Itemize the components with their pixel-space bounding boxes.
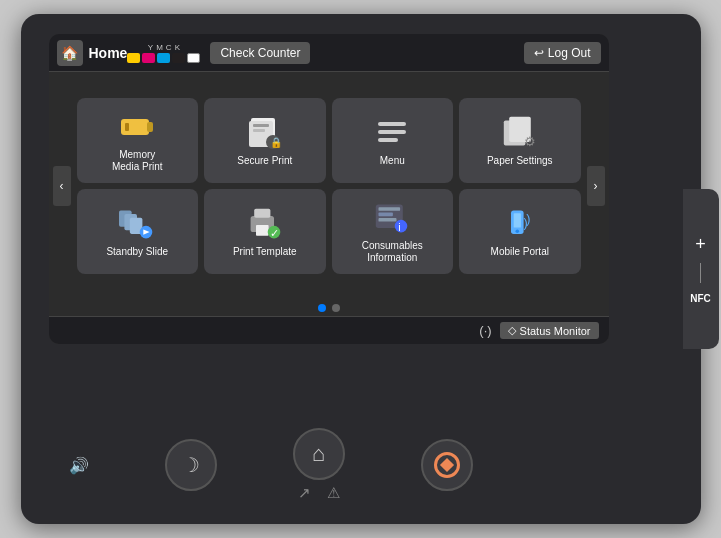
status-bar: (·) ◇ Status Monitor	[49, 316, 609, 344]
sleep-icon: ☽	[182, 453, 200, 477]
consumables-information-icon: i	[374, 200, 410, 236]
app-tile-paper-settings[interactable]: ⚙ Paper Settings	[459, 98, 581, 183]
screen-bezel: 🏠 Home Y M C K	[49, 34, 609, 344]
color-labels: Y M C K	[148, 43, 180, 52]
m-label: M	[156, 43, 163, 52]
menu-label: Menu	[380, 155, 405, 167]
status-monitor-button[interactable]: ◇ Status Monitor	[500, 322, 599, 339]
app-tile-print-template[interactable]: ✓ Print Template	[204, 189, 326, 274]
screen: 🏠 Home Y M C K	[49, 34, 609, 344]
nfc-cross-icon: +	[695, 235, 706, 253]
speaker-icon: 🔊	[69, 456, 89, 475]
app-grid: MemoryMedia Print 🔒	[77, 98, 581, 274]
status-monitor-label: Status Monitor	[520, 325, 591, 337]
svg-rect-27	[379, 212, 393, 216]
paper-settings-icon: ⚙	[502, 115, 538, 151]
memory-media-print-label: MemoryMedia Print	[112, 149, 163, 173]
memory-media-print-icon	[119, 109, 155, 145]
page-dot-1[interactable]	[318, 304, 326, 312]
svg-point-33	[515, 229, 519, 233]
bottom-icons-row: ↗ ⚠	[298, 484, 340, 502]
home-round-button[interactable]: ⌂	[293, 428, 345, 480]
color-squares	[127, 53, 200, 63]
nfc-label: NFC	[690, 293, 711, 304]
sleep-button[interactable]: ☽	[165, 439, 217, 491]
home-round-icon: ⌂	[312, 441, 325, 467]
status-monitor-icon: ◇	[508, 324, 516, 337]
top-bar: 🏠 Home Y M C K	[49, 34, 609, 72]
svg-rect-11	[378, 138, 398, 142]
app-tile-memory-media-print[interactable]: MemoryMedia Print	[77, 98, 199, 183]
svg-rect-32	[513, 213, 520, 227]
standby-slide-icon	[119, 206, 155, 242]
standby-slide-label: Standby Slide	[106, 246, 168, 258]
print-template-icon: ✓	[247, 206, 283, 242]
page-dots	[49, 300, 609, 316]
app-tile-standby-slide[interactable]: Standby Slide	[77, 189, 199, 274]
app-tile-menu[interactable]: Menu	[332, 98, 454, 183]
empty-sq	[187, 53, 200, 63]
mobile-portal-label: Mobile Portal	[491, 246, 549, 258]
secure-print-label: Secure Print	[237, 155, 292, 167]
mobile-portal-icon: ) )	[502, 206, 538, 242]
paper-settings-label: Paper Settings	[487, 155, 553, 167]
stop-inner	[434, 452, 460, 478]
svg-rect-5	[253, 124, 269, 127]
magenta-sq	[142, 53, 155, 63]
home-button[interactable]: 🏠 Home	[57, 40, 128, 66]
svg-text:✓: ✓	[270, 226, 279, 238]
logout-icon: ↩	[534, 46, 544, 60]
cyan-sq	[157, 53, 170, 63]
nfc-panel: + NFC	[683, 189, 719, 349]
app-tile-consumables-information[interactable]: i ConsumablesInformation	[332, 189, 454, 274]
color-indicator: Y M C K	[127, 43, 200, 63]
svg-text:🔒: 🔒	[270, 136, 283, 149]
nav-arrow-right[interactable]: ›	[587, 166, 605, 206]
c-label: C	[166, 43, 172, 52]
svg-rect-21	[254, 208, 270, 217]
consumables-information-label: ConsumablesInformation	[362, 240, 423, 264]
svg-text:): )	[526, 212, 530, 226]
svg-text:i: i	[399, 220, 401, 232]
app-grid-area: ‹ MemoryMedia Print	[49, 72, 609, 300]
svg-text:⚙: ⚙	[523, 134, 535, 148]
bottom-panel: 🔊 ☽ ⌂ ↗ ⚠	[49, 428, 609, 502]
menu-icon	[374, 115, 410, 151]
k-label: K	[175, 43, 180, 52]
svg-rect-6	[253, 129, 265, 132]
logout-button[interactable]: ↩ Log Out	[524, 42, 601, 64]
svg-rect-28	[379, 218, 397, 222]
svg-rect-1	[147, 122, 153, 132]
bottom-center: ⌂ ↗ ⚠	[293, 428, 345, 502]
svg-rect-26	[379, 207, 401, 211]
app-tile-secure-print[interactable]: 🔒 Secure Print	[204, 98, 326, 183]
home-label: Home	[89, 45, 128, 61]
nav-arrow-left[interactable]: ‹	[53, 166, 71, 206]
check-counter-button[interactable]: Check Counter	[210, 42, 310, 64]
arrow-icon[interactable]: ↗	[298, 484, 311, 502]
yellow-sq	[127, 53, 140, 63]
app-tile-mobile-portal[interactable]: ) ) Mobile Portal	[459, 189, 581, 274]
stop-diamond	[439, 458, 453, 472]
warning-icon: ⚠	[327, 484, 340, 502]
svg-rect-2	[125, 123, 129, 131]
home-icon: 🏠	[57, 40, 83, 66]
logout-label: Log Out	[548, 46, 591, 60]
wifi-icon: (·)	[479, 323, 491, 338]
svg-rect-10	[378, 130, 406, 134]
svg-rect-9	[378, 122, 406, 126]
svg-rect-22	[256, 224, 269, 235]
page-dot-2[interactable]	[332, 304, 340, 312]
print-template-label: Print Template	[233, 246, 297, 258]
printer-body: 🏠 Home Y M C K	[21, 14, 701, 524]
black-sq	[172, 53, 185, 63]
stop-button[interactable]	[421, 439, 473, 491]
svg-point-29	[395, 219, 408, 232]
bottom-left: 🔊	[69, 456, 89, 475]
y-label: Y	[148, 43, 153, 52]
secure-print-icon: 🔒	[247, 115, 283, 151]
